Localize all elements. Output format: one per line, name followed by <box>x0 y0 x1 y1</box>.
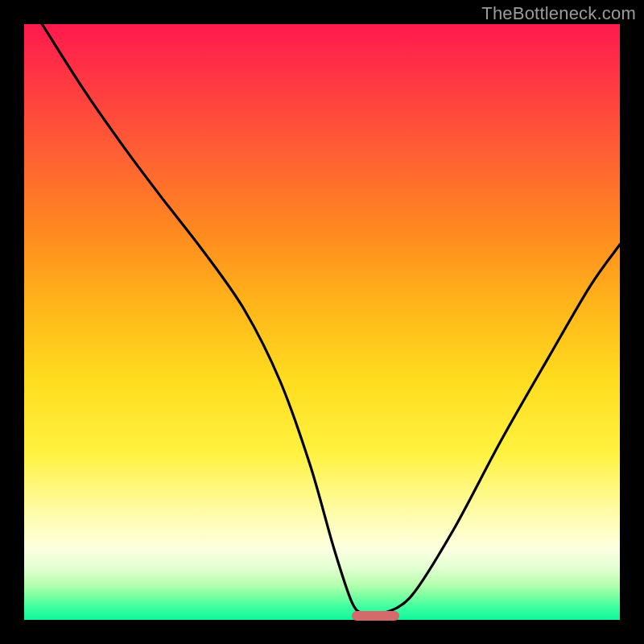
watermark-label: TheBottleneck.com <box>481 3 636 24</box>
bottleneck-curve-path <box>42 24 620 616</box>
curve-svg <box>24 24 620 620</box>
chart-frame: TheBottleneck.com <box>0 0 644 644</box>
optimal-range-marker <box>352 611 399 621</box>
plot-area <box>24 24 620 620</box>
